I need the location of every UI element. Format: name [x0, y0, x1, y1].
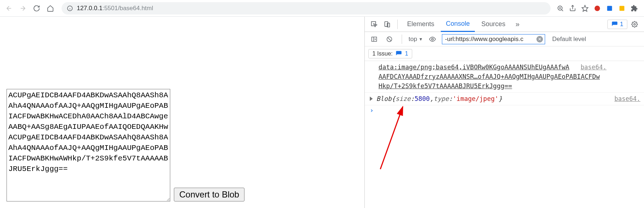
log-text: data:image/png;base64,iVBORw0KGgoAAAANSU… [379, 62, 640, 91]
svg-marker-8 [582, 5, 588, 11]
sidebar-toggle-icon[interactable] [368, 33, 380, 45]
log-source-link[interactable]: base64. [611, 94, 640, 103]
page-body: Convert to Blob [0, 17, 364, 208]
blob-class: Blob [376, 94, 392, 103]
issues-badge[interactable]: 1 [607, 20, 627, 29]
svg-point-15 [634, 23, 636, 25]
svg-line-6 [561, 9, 563, 11]
arrow-right-icon [19, 5, 26, 12]
separator [397, 20, 398, 29]
blob-val-size: 5800 [414, 94, 430, 103]
forward-button[interactable] [17, 2, 29, 15]
svg-point-20 [431, 38, 433, 40]
bookmark-icon[interactable] [580, 4, 590, 13]
issues-chip[interactable]: 1 Issue: 1 [368, 49, 412, 58]
log-row-blob: Blob { size: 5800 , type: 'image/jpeg' }… [365, 93, 644, 105]
devtools-tabs: Elements Console Sources » 1 [365, 17, 644, 32]
ext2-icon[interactable] [605, 4, 614, 13]
colon: : [449, 94, 453, 103]
back-button[interactable] [3, 2, 15, 15]
issues-bar: 1 Issue: 1 [365, 46, 644, 61]
clear-console-icon[interactable] [384, 33, 395, 45]
log-line[interactable]: Hkp/T+2S9kfe5V7tAAAAABJRU5ErkJggg== [379, 82, 512, 90]
tab-console[interactable]: Console [441, 17, 475, 32]
filter-input-wrap: ✕ [442, 34, 545, 44]
url-host: 127.0.0.1 [77, 5, 103, 12]
main-content: Convert to Blob Elements Console Sources… [0, 17, 644, 208]
issues-count: 1 [620, 21, 623, 28]
reload-button[interactable] [30, 2, 43, 15]
share-icon[interactable] [568, 4, 577, 13]
log-level-selector[interactable]: Default level [552, 36, 586, 43]
log-line[interactable]: AAFDCAYAAADfzryzAAAAAXNSR…ofAAJQ+AAQgMIH… [379, 73, 600, 80]
live-expression-icon[interactable] [427, 33, 438, 45]
expand-triangle-icon[interactable] [370, 97, 373, 101]
reload-icon [33, 5, 40, 12]
console-prompt[interactable]: › [365, 105, 644, 115]
filter-input[interactable] [442, 34, 545, 44]
chat-icon [396, 50, 402, 57]
issues-prefix: 1 Issue: [372, 50, 393, 57]
url-path: :5501/base64.html [103, 5, 153, 12]
convert-button[interactable]: Convert to Blob [174, 188, 244, 201]
brace: { [392, 94, 396, 103]
svg-rect-11 [619, 6, 624, 11]
arrow-left-icon [5, 5, 13, 12]
blob-key-size: size [396, 94, 411, 103]
svg-line-19 [388, 37, 391, 41]
clear-filter-icon[interactable]: ✕ [536, 36, 543, 42]
browser-toolbar: 127.0.0.1:5501/base64.html [0, 0, 644, 17]
devtools-panel: Elements Console Sources » 1 top ▼ ✕ [364, 17, 644, 208]
log-row: data:image/png;base64,iVBORw0KGgoAAAANSU… [365, 61, 644, 93]
console-filter-bar: top ▼ ✕ Default level [365, 32, 644, 46]
ext3-icon[interactable] [617, 4, 627, 13]
chat-icon [611, 21, 618, 28]
address-bar[interactable]: 127.0.0.1:5501/base64.html [62, 2, 551, 15]
brace: } [498, 94, 502, 103]
colon: : [411, 94, 415, 103]
home-icon [47, 5, 54, 12]
extensions-icon[interactable] [630, 4, 639, 13]
separator [402, 34, 402, 44]
toolbar-actions [556, 4, 641, 13]
inspect-icon[interactable] [368, 19, 380, 30]
tabs-overflow-icon[interactable]: » [512, 20, 523, 28]
comma: , [430, 94, 434, 103]
zoom-icon[interactable] [556, 4, 565, 13]
issues-chip-count: 1 [405, 50, 408, 57]
svg-rect-10 [607, 6, 612, 11]
log-source-link[interactable]: base64. [577, 64, 607, 71]
settings-icon[interactable] [629, 19, 640, 30]
chevron-down-icon: ▼ [419, 37, 423, 42]
blob-key-type: type [434, 94, 449, 103]
home-button[interactable] [44, 2, 57, 15]
context-selector[interactable]: top ▼ [409, 36, 423, 43]
blob-val-type: 'image/jpeg' [453, 94, 498, 103]
ext1-icon[interactable] [593, 4, 602, 13]
tab-elements[interactable]: Elements [402, 17, 439, 32]
context-label: top [409, 36, 417, 43]
tab-sources[interactable]: Sources [476, 17, 510, 32]
device-toggle-icon[interactable] [381, 19, 393, 30]
site-info-icon[interactable] [67, 5, 73, 12]
log-line[interactable]: data:image/png;base64,iVBORw0KGgoAAAANSU… [379, 64, 569, 71]
console-output: data:image/png;base64,iVBORw0KGgoAAAANSU… [365, 61, 644, 208]
svg-point-9 [595, 5, 600, 11]
base64-textarea[interactable] [7, 89, 170, 201]
chevron-right-icon: › [370, 107, 374, 114]
